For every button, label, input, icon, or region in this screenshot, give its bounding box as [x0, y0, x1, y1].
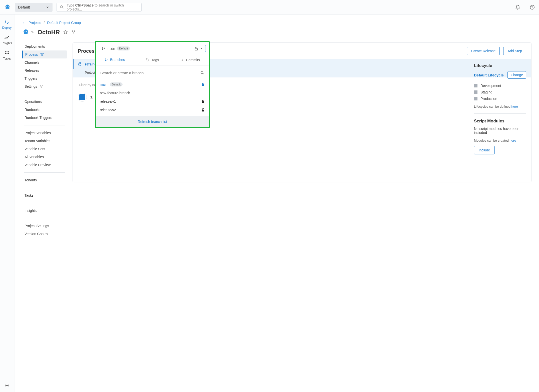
- tab-commits[interactable]: Commits: [171, 55, 209, 65]
- branch-item-name: main: [100, 82, 107, 86]
- stage-production: Production: [474, 97, 526, 101]
- lock-icon: [201, 108, 205, 112]
- branch-search-input[interactable]: [100, 70, 200, 75]
- panel-title: Process: [78, 48, 97, 54]
- branch-popover: main Default Branches: [95, 41, 210, 128]
- tab-tags[interactable]: Tags: [134, 55, 171, 65]
- sidebar-item-tenants[interactable]: Tenants: [22, 176, 67, 184]
- branch-icon: [104, 58, 108, 62]
- gear-icon[interactable]: [5, 383, 10, 388]
- refresh-branches-button[interactable]: Refresh branch list: [96, 116, 209, 127]
- edit-avatar-icon[interactable]: ✎: [31, 30, 34, 34]
- space-name: Default: [18, 5, 30, 9]
- sidebar-item-runbook-triggers[interactable]: Runbook Triggers: [22, 114, 67, 122]
- include-module-button[interactable]: Include: [474, 146, 495, 154]
- lock-open-icon: [194, 47, 198, 50]
- search-icon: [60, 5, 64, 9]
- sidebar-item-releases[interactable]: Releases: [22, 66, 67, 74]
- sidebar-item-process[interactable]: Process: [22, 50, 67, 58]
- sidebar-item-all-variables[interactable]: All Variables: [22, 153, 67, 161]
- modules-here-link[interactable]: here: [509, 139, 516, 142]
- octopus-logo-icon[interactable]: [4, 4, 11, 11]
- sidebar-item-settings[interactable]: Settings: [22, 82, 67, 90]
- sidebar-item-runbooks[interactable]: Runbooks: [22, 106, 67, 114]
- sidebar-item-project-settings[interactable]: Project Settings: [22, 222, 67, 230]
- lock-icon: [201, 83, 205, 86]
- sidebar-item-operations[interactable]: Operations: [22, 98, 67, 106]
- sidebar-item-project-variables[interactable]: Project Variables: [22, 129, 67, 137]
- tag-icon: [146, 58, 150, 62]
- commit-icon: [180, 58, 184, 62]
- rail-tasks[interactable]: Tasks: [3, 50, 11, 60]
- lifecycle-title: Lifecycle: [474, 63, 526, 68]
- breadcrumb-projects[interactable]: Projects: [29, 21, 41, 25]
- space-dropdown[interactable]: Default: [15, 3, 53, 12]
- default-badge: Default: [110, 82, 123, 86]
- project-sidebar: Deployments Process Channels Releases Tr…: [22, 42, 67, 238]
- branch-search[interactable]: [99, 69, 205, 77]
- tasks-icon: [4, 50, 10, 56]
- create-release-button[interactable]: Create Release: [467, 47, 500, 55]
- step-number: 1.: [90, 95, 93, 99]
- lifecycle-hint: Lifecycles can be defined here: [474, 105, 526, 108]
- modules-title: Script Modules: [474, 119, 526, 124]
- chevron-down-icon: [46, 5, 50, 9]
- branch-item[interactable]: mainDefault: [99, 80, 205, 89]
- sidebar-item-tasks[interactable]: Tasks: [22, 191, 67, 199]
- branch-item[interactable]: release/v2: [99, 106, 205, 114]
- breadcrumb-group[interactable]: Default Project Group: [47, 21, 81, 25]
- branch-icon: [102, 46, 106, 50]
- add-step-button[interactable]: Add Step: [503, 47, 526, 55]
- branch-item[interactable]: new-feature-branch: [99, 89, 205, 97]
- process-panel: Process Create Release Add Step refs/hea…: [73, 42, 531, 182]
- branch-item-name: release/v2: [100, 108, 116, 112]
- modules-hint: Modules can be created here: [474, 139, 526, 142]
- insights-icon: [4, 35, 10, 40]
- bell-icon[interactable]: [515, 4, 520, 10]
- vcs-small-icon: [39, 84, 43, 88]
- stage-development: Development: [474, 84, 526, 88]
- sidebar-item-variable-preview[interactable]: Variable Preview: [22, 161, 67, 169]
- lifecycle-here-link[interactable]: here: [511, 105, 518, 108]
- branch-item-name: new-feature-branch: [100, 91, 130, 95]
- back-arrow-icon[interactable]: ←: [22, 20, 26, 25]
- vcs-small-icon: [40, 52, 44, 56]
- branch-chip-name: main: [108, 46, 115, 50]
- branch-item[interactable]: release/v1: [99, 97, 205, 106]
- lock-icon: [201, 100, 205, 103]
- sidebar-item-variable-sets[interactable]: Variable Sets: [22, 145, 67, 153]
- rail-insights[interactable]: Insights: [2, 35, 12, 45]
- chevron-up-icon: [200, 47, 203, 50]
- stage-staging: Staging: [474, 90, 526, 94]
- sidebar-item-channels[interactable]: Channels: [22, 58, 67, 66]
- rail-deploy[interactable]: Deploy: [2, 19, 12, 29]
- project-avatar-icon: [22, 28, 30, 36]
- hand-icon: [78, 62, 83, 67]
- change-lifecycle-button[interactable]: Change: [507, 71, 526, 79]
- branch-select-chip[interactable]: main Default: [99, 45, 206, 52]
- modules-empty: No script modules have been included: [474, 127, 526, 135]
- deploy-icon: [4, 19, 10, 25]
- branch-item-name: release/v1: [100, 99, 116, 103]
- sidebar-item-insights[interactable]: Insights: [22, 207, 67, 215]
- sidebar-item-version-control[interactable]: Version Control: [22, 230, 67, 238]
- sidebar-item-tenant-variables[interactable]: Tenant Variables: [22, 137, 67, 145]
- lifecycle-link[interactable]: Default Lifecycle: [474, 73, 504, 77]
- search-icon: [200, 71, 205, 75]
- breadcrumb: ← Projects / Default Project Group: [22, 20, 531, 25]
- step-icon: [78, 93, 87, 102]
- project-title: OctoHR: [38, 29, 60, 36]
- vcs-icon[interactable]: [71, 30, 76, 34]
- tab-branches[interactable]: Branches: [96, 55, 134, 65]
- global-search[interactable]: Type Ctrl+Space to search or switch proj…: [57, 3, 142, 12]
- sidebar-item-deployments[interactable]: Deployments: [22, 42, 67, 50]
- sidebar-item-triggers[interactable]: Triggers: [22, 74, 67, 82]
- star-icon[interactable]: [63, 30, 68, 34]
- help-icon[interactable]: [529, 4, 535, 10]
- default-badge: Default: [117, 46, 130, 50]
